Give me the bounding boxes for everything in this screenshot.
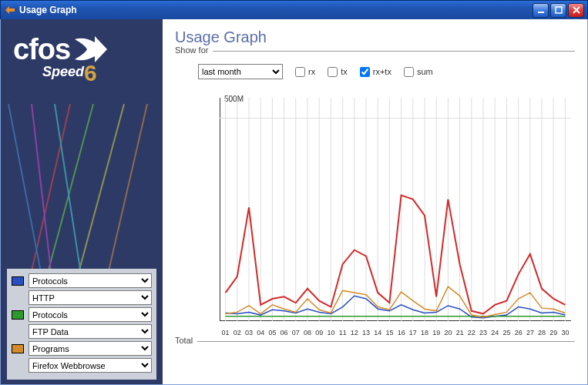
window-controls [533,3,584,18]
period-select[interactable]: last month [198,64,283,79]
page-title: Usage Graph [175,28,575,46]
app-icon [4,4,16,16]
logo-sub: Speed6 [42,60,150,86]
legend-category-select-0[interactable]: Protocols [29,273,152,288]
swatch-blue [12,276,24,286]
total-label: Total [175,336,197,345]
showfor-label: Show for [175,45,213,55]
swatch-green [12,310,24,320]
check-rxtx[interactable]: rx+tx [360,67,391,77]
legend-value-select-2[interactable]: Firefox Webbrowse [29,358,152,373]
titlebar: Usage Graph [0,0,588,19]
legend-category-select-1[interactable]: Protocols [29,307,152,322]
minimize-button[interactable] [533,3,549,18]
window-title: Usage Graph [19,5,533,15]
showfor-group: Show for last month rx tx rx+tx sum [175,51,575,79]
logo: cfos Speed6 [1,19,163,94]
check-tx[interactable]: tx [328,67,348,77]
legend-value-select-0[interactable]: HTTP [29,290,152,305]
x-axis-labels: 0102030405060708091011121314151617181920… [220,329,571,336]
svg-rect-0 [538,12,544,13]
check-rx[interactable]: rx [295,67,315,77]
maximize-button[interactable] [550,3,566,18]
chart: 500M 01020304050607080910111213141516171… [175,90,575,336]
legend-value-select-1[interactable]: FTP Data [29,324,152,339]
content: Usage Graph Show for last month rx tx rx… [163,19,587,384]
check-sum[interactable]: sum [404,67,433,77]
total-group: Total [175,341,575,346]
swatch-orange [12,344,24,353]
sidebar: cfos Speed6 Protoco [1,19,163,384]
close-button[interactable] [568,3,584,18]
legend-panel: Protocols HTTP Protocols FTP Data Progra… [7,269,156,380]
legend-category-select-2[interactable]: Programs [29,341,152,356]
svg-rect-1 [556,7,562,13]
